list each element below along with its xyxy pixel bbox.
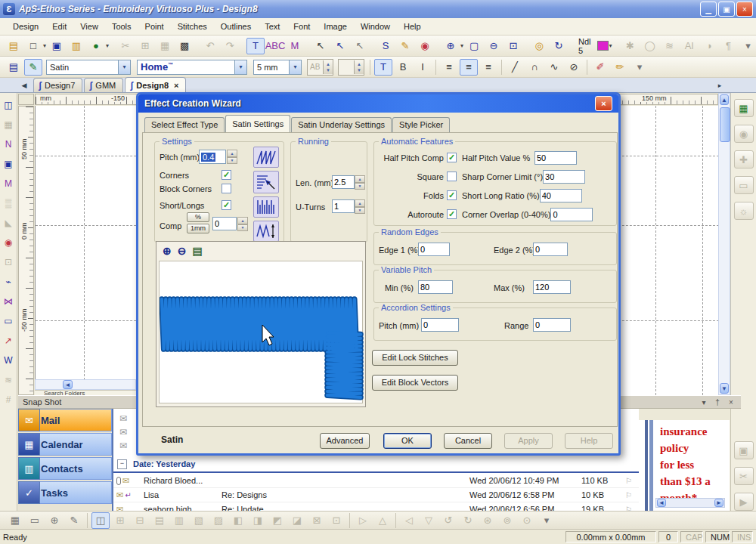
thread-color-swatch[interactable]: ▾ (596, 38, 614, 54)
panel-pin-icon[interactable]: † (712, 398, 723, 406)
ad-scrollbar[interactable]: ◄ ► (655, 498, 725, 508)
lettering-icon[interactable]: Al (680, 38, 699, 54)
text-mode-icon[interactable]: T (374, 59, 392, 76)
edit-block-vectors-button[interactable]: Edit Block Vectors (372, 375, 458, 391)
density-icon[interactable]: ≋ (661, 38, 679, 54)
magic-pencil-icon[interactable]: ✐ (591, 59, 609, 76)
crosshair-icon[interactable]: ⊕ (45, 512, 64, 529)
scroll-left-icon[interactable]: ◄ (63, 380, 73, 389)
edit-sheet-icon[interactable]: ✎ (24, 59, 42, 76)
folds-checkbox[interactable] (447, 190, 457, 200)
flip-down-icon[interactable]: ▽ (420, 512, 438, 529)
pin-tool-icon[interactable]: ¶ (720, 38, 738, 54)
short-longs-checkbox[interactable] (222, 200, 231, 210)
open-icon[interactable]: ▤ (5, 38, 23, 54)
pitch-pattern-icon[interactable] (253, 147, 279, 168)
wheel-icon[interactable]: ⊚ (498, 512, 516, 529)
zigzag-n-icon[interactable]: N (1, 137, 17, 151)
dropdown-arrow-icon[interactable]: ▾ (289, 60, 301, 74)
flip-left-icon[interactable]: ◁ (400, 512, 418, 529)
dropdown-arrow-icon[interactable]: ▾ (118, 60, 130, 74)
dropdown-arrow-icon[interactable]: ▾ (609, 42, 612, 49)
apply-button[interactable]: Apply (504, 433, 553, 449)
outlook-mail-button[interactable]: ✉Mail (18, 409, 112, 431)
document-tab-design8[interactable]: ʃDesign8× (125, 77, 186, 92)
grid-icon[interactable]: ▦ (6, 512, 24, 529)
baseline-arc-icon[interactable]: ∩ (525, 59, 544, 76)
align-left-edges-icon[interactable]: ⊞ (111, 512, 129, 529)
menu-design[interactable]: Design (6, 20, 45, 33)
color-palette-icon[interactable]: ◉ (416, 38, 434, 54)
dialog-tab-satin-underlay-settings[interactable]: Satin Underlay Settings (291, 117, 392, 132)
accordion-pitch-input[interactable] (421, 318, 459, 332)
outlook-contacts-button[interactable]: ▥Contacts (18, 457, 112, 480)
range-input[interactable] (533, 318, 571, 332)
distribute-v-icon[interactable]: ◨ (249, 512, 267, 529)
web-globe-icon[interactable]: ● (87, 38, 105, 54)
square-checkbox[interactable] (447, 172, 457, 181)
menu-text[interactable]: Text (258, 20, 287, 33)
mirror-h-icon[interactable]: ▷ (354, 512, 372, 529)
hoop-icon[interactable]: ◯ (641, 38, 659, 54)
baseline-none-icon[interactable]: ⊘ (565, 59, 583, 76)
half-pitch-value--input[interactable] (534, 151, 577, 165)
max-input[interactable] (533, 280, 571, 294)
dropdown-arrow-icon[interactable]: ▾ (106, 42, 109, 49)
preview-document-icon[interactable]: ▤ (192, 245, 202, 257)
mail-date-group-header[interactable]: − Date: Yesterday (113, 457, 639, 471)
space-v-icon[interactable]: ◪ (288, 512, 306, 529)
comp-percent-button[interactable]: % (187, 212, 209, 222)
dropdown-arrow-icon[interactable]: ▾ (460, 42, 463, 49)
pen-icon[interactable]: ✎ (65, 512, 83, 529)
distribute-h-icon[interactable]: ◧ (229, 512, 247, 529)
dropdown-arrow-icon[interactable]: ▾ (234, 60, 246, 74)
cut-icon[interactable]: ✂ (116, 38, 135, 54)
bezier-icon[interactable]: ⌁ (1, 274, 17, 289)
mail-row[interactable]: ✉seaborn highRe: UpdateWed 20/06/12 6:56… (113, 502, 639, 511)
save-block-icon[interactable]: ▣ (1, 156, 17, 171)
align-tops-icon[interactable]: ▤ (150, 512, 169, 529)
zoom-selection-icon[interactable]: ⊡ (504, 38, 522, 54)
tab-scroll-right-icon[interactable]: ▸ (714, 79, 726, 91)
menu-view[interactable]: View (73, 20, 105, 33)
short-longs-pattern-icon[interactable] (253, 196, 279, 218)
uturns-spinner[interactable]: ▲▼ (355, 199, 365, 214)
copy-icon[interactable]: ⊞ (136, 38, 154, 54)
overflow3-icon[interactable]: ▾ (538, 512, 556, 529)
menu-tools[interactable]: Tools (105, 20, 138, 33)
align-right-icon[interactable]: ≡ (479, 59, 497, 76)
flag-icon[interactable]: ⚐ (625, 477, 639, 485)
outlook-calendar-button[interactable]: ▦Calendar (18, 433, 112, 456)
space-h-icon[interactable]: ◩ (268, 512, 287, 529)
menu-edit[interactable]: Edit (45, 20, 73, 33)
restore-button[interactable]: ▣ (718, 2, 735, 17)
stitch-star-icon[interactable]: ✱ (621, 38, 640, 54)
redo-icon[interactable]: ↷ (221, 38, 239, 54)
pan-hand-icon[interactable]: ◎ (530, 38, 548, 54)
scroll-left-icon[interactable]: ◄ (657, 499, 666, 507)
baseline-curve-icon[interactable]: ∿ (545, 59, 563, 76)
center-design-icon[interactable]: ⊛ (479, 512, 497, 529)
min-input[interactable] (418, 280, 453, 294)
comp-pattern-icon[interactable] (253, 221, 279, 242)
baseline-line-icon[interactable]: ╱ (506, 59, 524, 76)
block-corners-checkbox[interactable] (222, 184, 231, 193)
motif-icon[interactable]: ◫ (1, 97, 17, 112)
tab-close-icon[interactable]: × (174, 81, 178, 90)
horizontal-scrollbar[interactable]: ◄ (35, 379, 136, 390)
overflow-icon[interactable]: ▾ (739, 38, 756, 54)
length-input[interactable] (332, 175, 355, 189)
menu-image[interactable]: Image (317, 20, 354, 33)
panel-chevron-icon[interactable]: ▾ (699, 398, 709, 406)
pitch-input[interactable]: 0.4 (199, 150, 226, 164)
letter-spacing-spinner[interactable]: AB▲▼ (307, 59, 333, 76)
menu-outlines[interactable]: Outlines (214, 20, 258, 33)
menu-window[interactable]: Window (354, 20, 397, 33)
monogram-icon[interactable]: M (286, 38, 304, 54)
shield-icon[interactable]: ◉ (1, 235, 17, 249)
hash-icon[interactable]: # (1, 392, 17, 406)
panel-close-icon[interactable]: × (726, 398, 736, 406)
mail-row[interactable]: ✉↵LisaRe: DesignsWed 20/06/12 6:58 PM10 … (113, 488, 639, 502)
print-icon[interactable]: ▩ (175, 38, 194, 54)
sketch-pencil-icon[interactable]: ✎ (396, 38, 414, 54)
